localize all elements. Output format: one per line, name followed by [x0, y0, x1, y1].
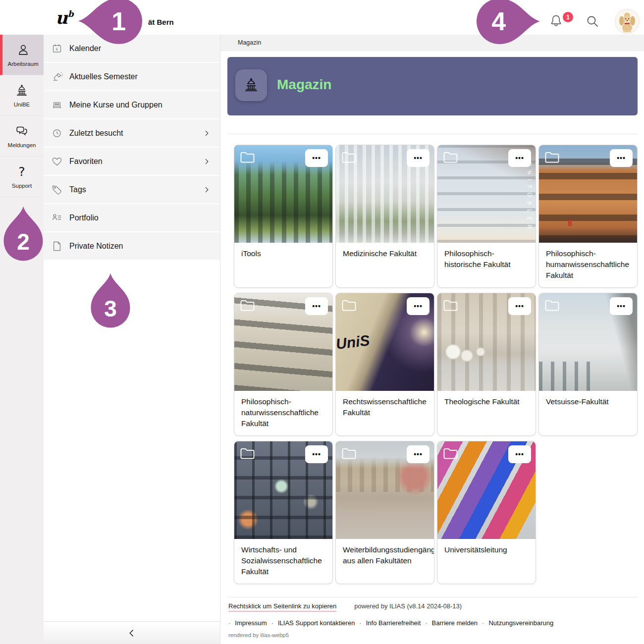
card-actions-button[interactable]: ••• — [610, 149, 633, 167]
card-title[interactable]: Medizinische Fakultät — [336, 243, 434, 266]
card-title[interactable]: Weiterbildungsstudiengänge aus allen Fak… — [336, 539, 434, 573]
permalink-copy-link[interactable]: Rechtsklick um Seitenlink zu kopieren — [228, 602, 336, 612]
repo-card-rechtswissenschaftliche[interactable]: ••• UniS Rechtswissenschaftliche Fakultä… — [335, 293, 434, 436]
desk-lamp-icon — [51, 71, 63, 83]
menu-item-private-notizen[interactable]: Private Notizen — [44, 232, 220, 260]
notifications-button[interactable] — [548, 13, 564, 29]
footer-link-barriere-melden[interactable]: Barriere melden — [432, 619, 478, 627]
tag-icon — [51, 184, 63, 196]
separator: · — [359, 619, 361, 627]
folder-icon — [442, 150, 459, 164]
footer-link-barrierefreiheit[interactable]: Info Barrierefreiheit — [366, 619, 421, 627]
repo-card-vetsuisse[interactable]: ••• Vetsuisse-Fakultät — [538, 293, 638, 436]
card-title[interactable]: Philosophisch-naturwissenschaftliche Fak… — [234, 391, 332, 435]
card-title[interactable]: Vetsuisse-Fakultät — [539, 391, 637, 414]
repo-card-medizinische-fakultaet[interactable]: ••• Medizinische Fakultät — [335, 145, 434, 288]
rail-item-label: Support — [12, 183, 32, 189]
annotation-marker-3: 3 — [89, 269, 132, 332]
folder-icon — [239, 298, 256, 313]
card-image: ••• UNITOBLER — [437, 145, 536, 243]
card-actions-button[interactable]: ••• — [407, 149, 429, 167]
card-title[interactable]: iTools — [234, 243, 332, 266]
repo-card-phil-humanwissenschaftliche[interactable]: ••• 8 Philosophisch-humanwissenschaftlic… — [538, 145, 638, 288]
chevron-left-icon — [126, 627, 138, 639]
repo-card-theologische[interactable]: ••• Theologische Fakultät — [437, 293, 536, 436]
menu-item-label: Private Notizen — [69, 242, 123, 251]
footer-link-nutzungsvereinbarung[interactable]: Nutzungsvereinbarung — [488, 619, 553, 627]
sidebar-rail: Arbeitsraum UniBE Meldungen Support — [0, 35, 44, 644]
repo-card-itools[interactable]: ••• iTools — [234, 145, 333, 288]
content-divider — [228, 134, 638, 134]
repo-card-wirtschafts-sozial[interactable]: ••• Wirtschafts- und Sozialwissenschaftl… — [234, 441, 333, 584]
menu-item-meine-kurse[interactable]: Meine Kurse und Gruppen — [44, 91, 220, 118]
menu-item-favoriten[interactable]: Favoriten — [44, 148, 220, 175]
rail-item-support[interactable]: Support — [0, 157, 44, 197]
ellipsis-icon: ••• — [414, 450, 423, 458]
annotation-marker-1: 1 — [77, 0, 143, 46]
folder-icon — [239, 446, 256, 461]
card-image: ••• — [437, 293, 536, 391]
rail-item-arbeitsraum[interactable]: Arbeitsraum — [0, 35, 44, 75]
footer-link-impressum[interactable]: Impressum — [235, 619, 267, 627]
ellipsis-icon: ••• — [515, 450, 524, 458]
page-title: Magazin — [277, 77, 331, 93]
card-actions-button[interactable]: ••• — [508, 445, 531, 463]
chevron-right-icon — [202, 185, 211, 194]
rail-item-unibe[interactable]: UniBE — [0, 75, 44, 116]
notification-badge[interactable]: 1 — [563, 12, 573, 22]
footer-link-ilias-support[interactable]: ILIAS Support kontaktieren — [278, 619, 355, 627]
menu-item-label: Portfolio — [69, 214, 99, 222]
marker-number: 1 — [111, 6, 126, 36]
card-actions-button[interactable]: ••• — [407, 297, 429, 315]
breadcrumb: Magazin — [220, 35, 644, 51]
marker-number: 2 — [17, 228, 30, 255]
menu-item-portfolio[interactable]: Portfolio — [44, 204, 220, 231]
ellipsis-icon: ••• — [515, 302, 524, 310]
card-title[interactable]: Universitätsleitung — [437, 539, 536, 562]
search-button[interactable] — [585, 13, 600, 29]
card-title[interactable]: Wirtschafts- und Sozialwissenschaftliche… — [234, 539, 332, 584]
card-title[interactable]: Theologische Fakultät — [437, 391, 536, 414]
menu-item-tags[interactable]: Tags — [44, 176, 220, 203]
ellipsis-icon: ••• — [515, 154, 524, 162]
pin-right-icon — [474, 0, 542, 46]
rail-item-label: Arbeitsraum — [8, 61, 39, 67]
repo-card-phil-historische[interactable]: ••• UNITOBLER Philosophisch-historische … — [437, 145, 536, 288]
menu-item-zuletzt-besucht[interactable]: Zuletzt besucht — [44, 119, 220, 147]
footer-links: · Impressum · ILIAS Support kontaktieren… — [228, 619, 553, 627]
image-overlay-text: UniS — [335, 332, 371, 353]
repo-card-universitaetsleitung[interactable]: ••• Universitätsleitung — [437, 441, 536, 584]
card-actions-button[interactable]: ••• — [407, 445, 429, 463]
menu-item-label: Aktuelles Semester — [69, 72, 138, 81]
main-content: Magazin Magazin ••• iTools — [220, 35, 644, 644]
card-image: ••• — [539, 293, 637, 391]
breadcrumb-magazin[interactable]: Magazin — [238, 39, 261, 46]
repo-card-weiterbildung[interactable]: ••• Weiterbildungsstudiengänge aus allen… — [335, 441, 434, 584]
search-icon — [585, 13, 600, 29]
calendar-icon — [51, 43, 63, 54]
user-avatar[interactable] — [615, 9, 640, 34]
ilias-magazin-page: ub ät Bern 1 — [0, 0, 644, 644]
card-actions-button[interactable]: ••• — [305, 445, 328, 463]
site-title: ät Bern — [148, 18, 174, 26]
unibe-logo[interactable]: ub — [55, 8, 74, 28]
card-image: ••• — [437, 441, 536, 539]
ellipsis-icon: ••• — [414, 154, 423, 162]
marker-number: 4 — [491, 6, 506, 36]
card-title[interactable]: Rechtswissenschaftliche Fakultät — [336, 391, 434, 425]
rail-item-label: UniBE — [14, 102, 30, 107]
folder-icon — [442, 446, 459, 461]
card-actions-button[interactable]: ••• — [305, 149, 328, 167]
card-actions-button[interactable]: ••• — [508, 297, 531, 315]
repo-card-phil-naturwissenschaftliche[interactable]: ••• Philosophisch-naturwissenschaftliche… — [234, 293, 333, 436]
card-title[interactable]: Philosophisch-humanwissenschaftliche Fak… — [539, 243, 637, 287]
collapse-sidebar-button[interactable] — [44, 621, 220, 644]
repository-card-grid: ••• iTools ••• Medizinische Fakultät ••• — [234, 145, 638, 584]
card-actions-button[interactable]: ••• — [610, 297, 633, 315]
ellipsis-icon: ••• — [312, 302, 321, 310]
menu-item-aktuelles-semester[interactable]: Aktuelles Semester — [44, 63, 220, 90]
card-title[interactable]: Philosophisch-historische Fakultät — [437, 243, 536, 276]
card-actions-button[interactable]: ••• — [305, 297, 328, 315]
rail-item-meldungen[interactable]: Meldungen — [0, 116, 44, 157]
menu-item-label: Favoriten — [69, 157, 103, 166]
